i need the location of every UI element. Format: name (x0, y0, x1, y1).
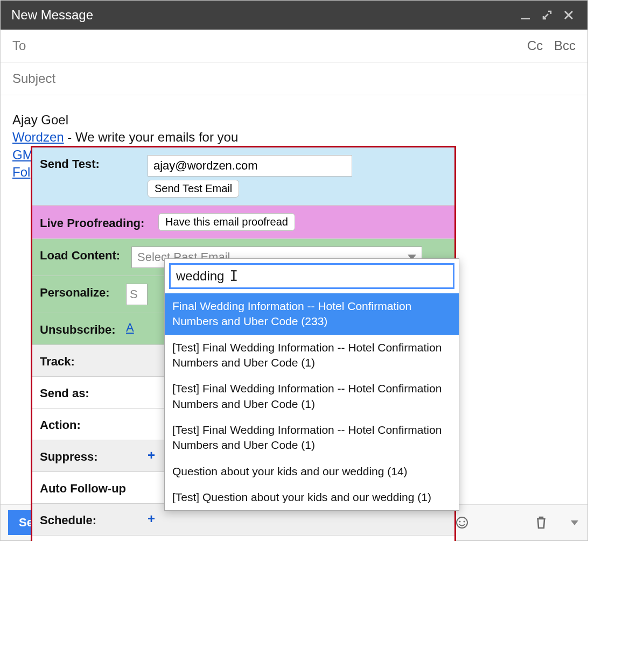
compose-body[interactable]: Ajay Goel Wordzen - We write your emails… (1, 95, 587, 504)
gmass-panel: Send Test: Send Test Email Live Proofrea… (31, 146, 456, 541)
subject-label: Subject (12, 71, 576, 86)
chevron-down-icon (571, 520, 578, 525)
schedule-label: Schedule: (40, 511, 142, 527)
personalize-label: Personalize: (40, 284, 121, 300)
suppress-label: Suppress: (40, 448, 142, 464)
schedule-add[interactable]: + (148, 511, 155, 526)
compose-window: New Message To Cc Bcc Subject Ajay Goel … (0, 0, 588, 541)
dropdown-search-input[interactable]: wedding 𝙸 (169, 263, 454, 289)
sig-name: Ajay Goel (12, 111, 576, 129)
svg-point-3 (459, 521, 461, 523)
to-label: To (12, 38, 520, 53)
past-email-dropdown: wedding 𝙸 Final Wedding Information -- H… (164, 258, 459, 511)
more-options-button[interactable] (558, 512, 580, 533)
suppress-add[interactable]: + (148, 448, 155, 463)
dropdown-item[interactable]: Question about your kids and our wedding… (165, 459, 459, 484)
proofreading-label: Live Proofreading: (40, 214, 153, 230)
cc-toggle[interactable]: Cc (527, 38, 543, 53)
sendas-label: Send as: (40, 384, 142, 400)
minimize-button[interactable] (517, 7, 534, 23)
section-send-test: Send Test: Send Test Email (32, 147, 454, 206)
action-label: Action: (40, 416, 142, 432)
dropdown-item[interactable]: [Test] Final Wedding Information -- Hote… (165, 335, 459, 376)
svg-rect-0 (521, 18, 530, 19)
unsubscribe-label: Unsubscribe: (40, 321, 121, 337)
bcc-toggle[interactable]: Bcc (554, 38, 576, 53)
dropdown-item[interactable]: Final Wedding Information -- Hotel Confi… (165, 293, 459, 335)
panel-footer: Comp ? (32, 536, 454, 541)
svg-point-4 (464, 521, 465, 523)
to-row[interactable]: To Cc Bcc (1, 30, 587, 62)
popout-button[interactable] (539, 7, 555, 23)
personalize-select[interactable]: S (126, 284, 148, 305)
sig-fol-link[interactable]: Fol (12, 165, 30, 179)
text-cursor-icon: 𝙸 (229, 268, 238, 284)
discard-button[interactable] (530, 512, 552, 533)
autofu-label: Auto Follow-up (40, 480, 142, 496)
section-proofreading: Live Proofreading: Have this email proof… (32, 206, 454, 239)
window-title: New Message (11, 8, 512, 23)
track-label: Track: (40, 353, 142, 369)
dropdown-item[interactable]: [Test] Question about your kids and our … (165, 484, 459, 510)
sig-wordzen-link[interactable]: Wordzen (12, 130, 64, 144)
close-button[interactable] (561, 7, 577, 23)
send-test-email-input[interactable] (148, 155, 352, 177)
proofread-button[interactable]: Have this email proofread (158, 213, 295, 231)
send-test-label: Send Test: (40, 155, 142, 171)
send-test-email-button[interactable]: Send Test Email (148, 180, 239, 198)
unsubscribe-link[interactable]: A (126, 321, 134, 335)
load-content-label: Load Content: (40, 246, 126, 263)
subject-row[interactable]: Subject (1, 62, 587, 95)
dropdown-item[interactable]: [Test] Final Wedding Information -- Hote… (165, 376, 459, 417)
dropdown-item[interactable]: [Test] Final Wedding Information -- Hote… (165, 417, 459, 459)
titlebar: New Message (1, 1, 587, 30)
